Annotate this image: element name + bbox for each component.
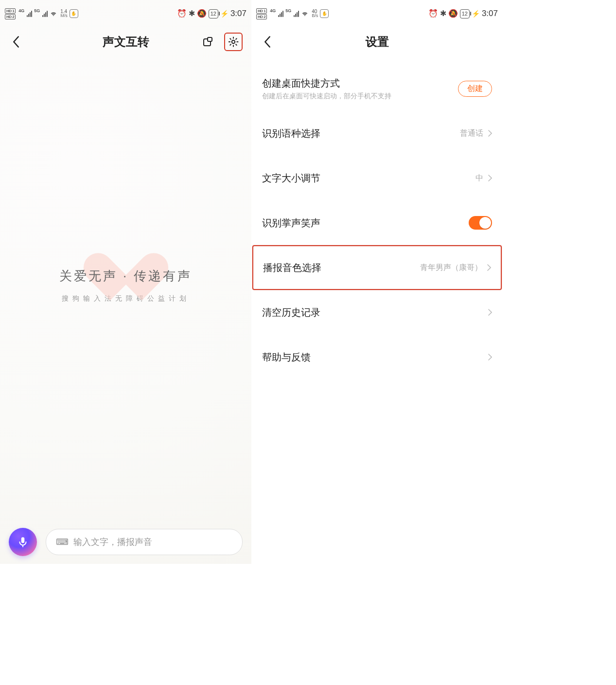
signal2-label: 5G (34, 8, 40, 13)
nav-bar: 声文互转 (0, 27, 251, 56)
hd2-badge: HD 2 (5, 14, 16, 19)
netspeed-indicator: 1.4 M/s (60, 9, 68, 18)
bluetooth-icon: ✱ (189, 10, 195, 18)
keyboard-icon: ⌨ (56, 537, 69, 547)
row-title: 识别语种选择 (262, 127, 460, 140)
signal1-bars-icon (278, 11, 283, 17)
hd2-badge: HD 2 (256, 14, 267, 19)
alarm-icon: ⏰ (177, 10, 187, 18)
row-clear-history[interactable]: 清空历史记录 (251, 290, 503, 335)
signal2-label: 5G (285, 8, 291, 13)
signal1-label: 4G (270, 8, 276, 13)
bluetooth-icon: ✱ (440, 10, 446, 18)
signal1-label: 4G (18, 8, 24, 13)
row-subtitle: 创建后在桌面可快速启动，部分手机不支持 (262, 92, 458, 101)
sub-slogan-text: 搜狗输入法无障碍公益计划 (62, 294, 190, 303)
clock: 3:07 (482, 9, 498, 18)
mute-icon: 🔕 (448, 10, 458, 18)
hd1-badge: HD 1 (256, 8, 267, 14)
svg-point-2 (232, 40, 235, 43)
settings-button[interactable] (224, 33, 243, 51)
row-font-size[interactable]: 文字大小调节 中 (251, 156, 503, 200)
wifi-icon (50, 10, 57, 17)
create-button[interactable]: 创建 (458, 81, 492, 97)
slogan-text: 关爱无声 · 传递有声 (59, 268, 193, 285)
row-applause-laughter[interactable]: 识别掌声笑声 (251, 200, 503, 245)
status-bar: HD 1 HD 2 4G 5G 1.4 M/s ⏰ ✱ 🔕 12 ⚡ (0, 0, 251, 27)
wifi-icon (301, 10, 309, 17)
hd1-badge: HD 1 (5, 8, 16, 14)
row-value: 中 (475, 173, 483, 183)
screen-settings: HD 1 HD 2 4G 5G 40 B/s ⏰ ✱ 🔕 12 ⚡ (251, 0, 503, 564)
row-title: 播报音色选择 (263, 261, 420, 274)
svg-rect-1 (208, 37, 212, 41)
row-value: 青年男声（康哥） (420, 263, 482, 273)
hand-icon (70, 9, 78, 18)
battery-indicator: 12 (209, 9, 218, 18)
row-title: 创建桌面快捷方式 (262, 77, 458, 90)
row-title: 文字大小调节 (262, 172, 475, 185)
row-title: 识别掌声笑声 (262, 216, 469, 230)
screen-voice-text: HD 1 HD 2 4G 5G 1.4 M/s ⏰ ✱ 🔕 12 ⚡ (0, 0, 251, 564)
charging-icon: ⚡ (472, 10, 480, 18)
hand-icon (320, 9, 329, 18)
chevron-right-icon (488, 130, 492, 137)
netspeed-indicator: 40 B/s (312, 9, 318, 18)
chevron-right-icon (488, 309, 492, 316)
row-title: 清空历史记录 (262, 306, 488, 319)
alarm-icon: ⏰ (428, 10, 438, 18)
battery-indicator: 12 (460, 9, 470, 18)
applause-toggle[interactable] (469, 216, 492, 230)
row-language-select[interactable]: 识别语种选择 普通话 (251, 111, 503, 156)
pip-button[interactable] (201, 35, 215, 49)
mute-icon: 🔕 (197, 10, 207, 18)
clock: 3:07 (230, 9, 246, 18)
signal2-bars-icon (42, 11, 48, 17)
row-title: 帮助与反馈 (262, 351, 488, 364)
status-bar: HD 1 HD 2 4G 5G 40 B/s ⏰ ✱ 🔕 12 ⚡ (251, 0, 503, 27)
page-title: 设置 (251, 34, 503, 50)
row-help-feedback[interactable]: 帮助与反馈 (251, 335, 503, 379)
chevron-right-icon (487, 264, 491, 271)
signal1-bars-icon (27, 11, 32, 17)
signal2-bars-icon (294, 11, 299, 17)
row-create-shortcut[interactable]: 创建桌面快捷方式 创建后在桌面可快速启动，部分手机不支持 创建 (251, 66, 503, 111)
back-button[interactable] (260, 35, 275, 49)
back-button[interactable] (9, 35, 23, 49)
chevron-right-icon (488, 175, 492, 181)
input-placeholder: 输入文字，播报声音 (73, 536, 152, 548)
text-input[interactable]: ⌨ 输入文字，播报声音 (46, 529, 243, 555)
svg-rect-3 (21, 537, 25, 543)
nav-bar: 设置 (251, 27, 503, 56)
row-value: 普通话 (460, 128, 483, 139)
mic-button[interactable] (9, 528, 37, 556)
row-voice-select[interactable]: 播报音色选择 青年男声（康哥） (252, 245, 502, 290)
chevron-right-icon (488, 354, 492, 361)
charging-icon: ⚡ (220, 10, 229, 18)
